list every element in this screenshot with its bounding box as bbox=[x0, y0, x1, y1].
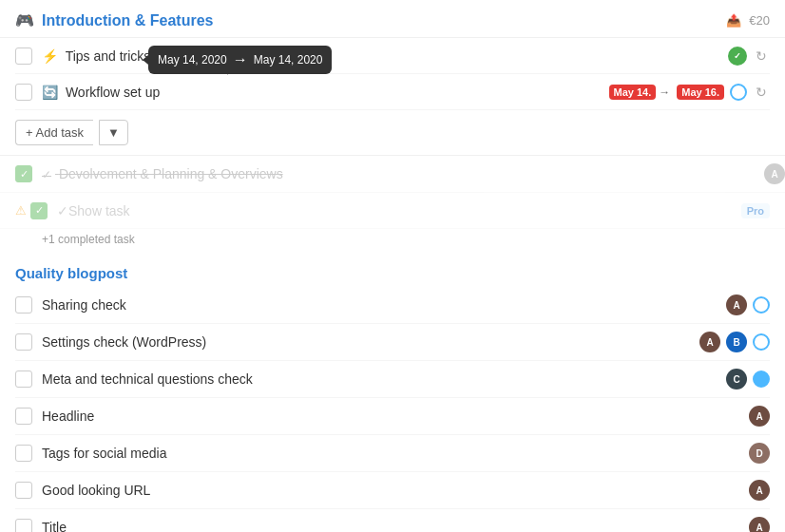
avatar-settings-1: A bbox=[699, 332, 720, 352]
emoji-tips: ⚡ bbox=[42, 48, 58, 64]
upload-icon[interactable]: 📤 bbox=[726, 13, 741, 28]
date-arrow: → bbox=[659, 86, 670, 99]
status-meta bbox=[753, 370, 770, 388]
avatar-title: A bbox=[749, 517, 770, 532]
header-icon: 🎮 bbox=[15, 11, 34, 29]
section3-header: Quality blogpost bbox=[0, 252, 785, 287]
avatar-headline: A bbox=[749, 406, 770, 427]
avatar-url: A bbox=[749, 480, 770, 501]
section2: ✓ Devolvement & Planning & Overviews A ⚠… bbox=[0, 156, 785, 252]
section3-tasks: Sharing check A Settings check (WordPres… bbox=[0, 287, 785, 532]
checkbox-tags[interactable] bbox=[15, 445, 32, 462]
avatar-tags: D bbox=[749, 443, 770, 464]
task-row-devolvement: ✓ Devolvement & Planning & Overviews A bbox=[0, 156, 785, 193]
checkbox-url[interactable] bbox=[15, 482, 32, 499]
section1-tasks: ⚡ Tips and tricks ✓ ↻ May 14, 2020 → May… bbox=[0, 38, 785, 110]
date-to-badge: May 16. bbox=[677, 85, 724, 100]
task-label-devolvement: ✓ Devolvement & Planning & Overviews bbox=[42, 166, 758, 181]
add-task-button-group: + Add task ▼ bbox=[15, 120, 770, 145]
checkbox-headline[interactable] bbox=[15, 408, 32, 425]
completed-count[interactable]: +1 completed task bbox=[0, 229, 785, 252]
avatar-meta: C bbox=[726, 369, 747, 390]
checkbox-meta[interactable] bbox=[15, 370, 32, 388]
emoji-workflow: 🔄 bbox=[42, 85, 58, 100]
status-blue-workflow bbox=[730, 84, 747, 101]
task-row-settings: Settings check (WordPress) A B bbox=[15, 324, 770, 361]
add-task-button[interactable]: + Add task bbox=[15, 120, 93, 145]
task-row-tips: ⚡ Tips and tricks ✓ ↻ May 14, 2020 → May… bbox=[15, 38, 770, 74]
task-label-sharing: Sharing check bbox=[42, 297, 720, 313]
checkbox-show-task[interactable] bbox=[30, 202, 48, 219]
checkbox-settings[interactable] bbox=[15, 333, 32, 351]
task-row-show-task: ⚠ ✓Show task Pro bbox=[0, 193, 785, 229]
header-left: 🎮 Introduction & Features bbox=[15, 11, 213, 29]
task-row-tags: Tags for social media D bbox=[15, 435, 770, 472]
header-row: 🎮 Introduction & Features 📤 €20 bbox=[0, 0, 785, 38]
task-label-url: Good looking URL bbox=[42, 483, 743, 498]
pro-badge: Pro bbox=[741, 203, 770, 218]
task-row-sharing: Sharing check A bbox=[15, 287, 770, 324]
status-sharing bbox=[753, 296, 770, 314]
tooltip-text: May 14, 2020 bbox=[158, 53, 227, 66]
checkbox-title[interactable] bbox=[15, 519, 32, 532]
add-task-dropdown[interactable]: ▼ bbox=[99, 120, 128, 145]
tooltip-arrow: → bbox=[233, 51, 248, 68]
task-row-workflow: 🔄 Workflow set up May 14. → May 16. ↻ bbox=[15, 74, 770, 110]
checkbox-devolvement[interactable] bbox=[15, 165, 32, 182]
task-label-settings: Settings check (WordPress) bbox=[42, 334, 694, 350]
task-label-title: Title bbox=[42, 520, 743, 532]
checkbox-tips[interactable] bbox=[15, 48, 32, 65]
header-right: 📤 €20 bbox=[726, 13, 770, 28]
status-settings bbox=[753, 333, 770, 351]
avatar-settings-2: B bbox=[726, 332, 747, 352]
tooltip-text2: May 14, 2020 bbox=[254, 53, 323, 66]
task-row-meta: Meta and technical questions check C bbox=[15, 361, 770, 398]
task-label-workflow: 🔄 Workflow set up bbox=[42, 85, 605, 100]
task-label-tags: Tags for social media bbox=[42, 446, 743, 461]
avatar-sharing: A bbox=[726, 294, 747, 315]
status-green-tips: ✓ bbox=[728, 47, 747, 66]
date-from-badge: May 14. bbox=[609, 85, 657, 100]
sync-icon-workflow[interactable]: ↻ bbox=[753, 84, 770, 101]
checkbox-sharing[interactable] bbox=[15, 296, 32, 314]
add-task-row: + Add task ▼ bbox=[0, 110, 785, 156]
checkbox-workflow[interactable] bbox=[15, 84, 32, 101]
task-row-title: Title A bbox=[15, 509, 770, 532]
task-row-url: Good looking URL A bbox=[15, 472, 770, 509]
sync-icon-tips[interactable]: ↻ bbox=[753, 48, 770, 65]
avatar-devolvement: A bbox=[764, 163, 785, 184]
page-container: 🎮 Introduction & Features 📤 €20 ⚡ Tips a… bbox=[0, 0, 785, 532]
show-task-label: ✓Show task bbox=[57, 203, 130, 218]
warning-icon: ⚠ bbox=[15, 203, 27, 218]
page-title: Introduction & Features bbox=[42, 12, 213, 29]
price: €20 bbox=[749, 13, 770, 28]
task-label-headline: Headline bbox=[42, 408, 743, 424]
task-row-headline: Headline A bbox=[15, 398, 770, 435]
task-label-meta: Meta and technical questions check bbox=[42, 371, 720, 387]
tooltip-popup: May 14, 2020 → May 14, 2020 bbox=[148, 46, 332, 74]
